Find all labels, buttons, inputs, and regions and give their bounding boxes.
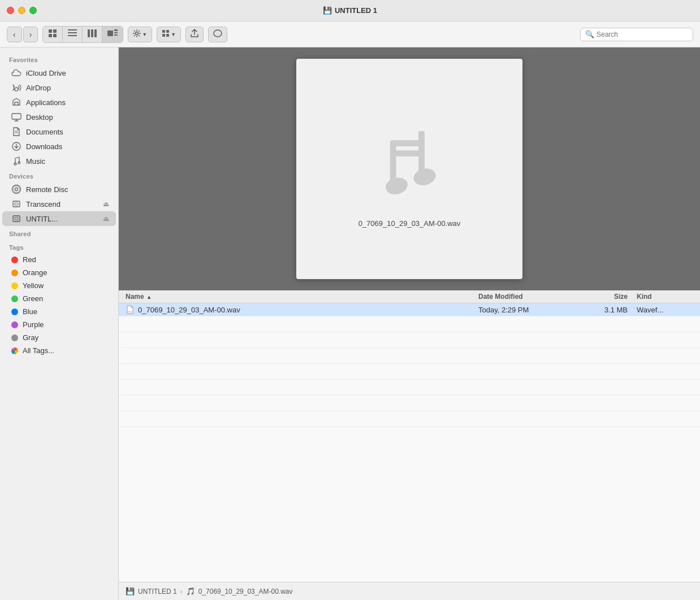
view-icon-button[interactable] (43, 27, 63, 42)
name-label: Name (126, 293, 144, 301)
remote-disc-icon (11, 184, 21, 194)
view-cover-button[interactable] (102, 27, 123, 42)
svg-rect-21 (12, 114, 21, 119)
sidebar-item-remote-disc[interactable]: Remote Disc (2, 182, 116, 197)
file-kind-cell: Wavef... (632, 306, 700, 314)
close-button[interactable] (7, 7, 14, 14)
sidebar-item-desktop[interactable]: Desktop (2, 110, 116, 124)
search-icon: 🔍 (585, 30, 594, 38)
sidebar-label-desktop: Desktop (26, 113, 53, 121)
svg-rect-33 (15, 218, 18, 220)
tag-label-yellow: Yellow (23, 281, 44, 290)
back-icon: ‹ (13, 30, 16, 39)
wav-file-icon: wav (126, 305, 135, 314)
file-list-header: Name ▲ Date Modified Size Kind (119, 290, 700, 303)
sidebar-item-airdrop[interactable]: AirDrop (2, 80, 116, 95)
green-dot (11, 295, 18, 302)
sidebar-label-transcend: Transcend (26, 200, 61, 208)
sidebar-item-applications[interactable]: Applications (2, 95, 116, 110)
preview-filename: 0_7069_10_29_03_AM-00.wav (358, 219, 461, 228)
purple-dot (11, 321, 18, 328)
forward-button[interactable]: › (23, 27, 38, 42)
sidebar-label-airdrop: AirDrop (26, 84, 51, 92)
svg-rect-5 (68, 32, 77, 33)
desktop-icon (11, 112, 21, 122)
gear-icon (133, 29, 141, 39)
file-date-cell: Today, 2:29 PM (474, 306, 576, 314)
transcend-icon (11, 199, 21, 209)
blue-dot (11, 308, 18, 315)
file-name: 0_7069_10_29_03_AM-00.wav (138, 306, 240, 314)
svg-rect-13 (114, 34, 118, 36)
file-kind: Wavef... (637, 306, 663, 314)
svg-rect-16 (166, 30, 169, 33)
maximize-button[interactable] (29, 7, 37, 14)
tag-button[interactable] (208, 27, 227, 42)
sort-arrow: ▲ (146, 294, 152, 300)
share-button[interactable] (185, 27, 204, 42)
music-icon (11, 156, 21, 166)
view-columns-button[interactable] (83, 27, 102, 42)
sidebar-item-documents[interactable]: Documents (2, 124, 116, 139)
empty-row-1 (119, 316, 700, 332)
sidebar-item-tag-purple[interactable]: Purple (2, 318, 116, 331)
sidebar-item-tag-yellow[interactable]: Yellow (2, 279, 116, 292)
icloud-icon (11, 68, 21, 78)
eject-untitled-button[interactable]: ⏏ (103, 215, 109, 223)
empty-row-2 (119, 332, 700, 348)
sidebar-item-tag-blue[interactable]: Blue (2, 305, 116, 318)
svg-rect-17 (162, 34, 165, 37)
svg-point-19 (214, 30, 222, 37)
preview-card: 0_7069_10_29_03_AM-00.wav (296, 59, 522, 279)
column-kind[interactable]: Kind (632, 293, 700, 301)
svg-rect-1 (53, 29, 57, 33)
toolbar: ‹ › (0, 21, 700, 47)
sidebar-item-untitled[interactable]: UNTITL... ⏏ (2, 211, 116, 226)
orange-dot (11, 269, 18, 276)
breadcrumb-disk-icon: 💾 (126, 587, 135, 595)
window-controls (7, 7, 37, 14)
sidebar-item-tag-red[interactable]: Red (2, 253, 116, 266)
untitled-disk-icon (11, 214, 21, 224)
action-button[interactable]: ▼ (128, 27, 152, 42)
table-row[interactable]: wav 0_7069_10_29_03_AM-00.wav Today, 2:2… (119, 303, 700, 316)
sidebar-item-all-tags[interactable]: All Tags... (2, 344, 116, 357)
arrange-arrow: ▼ (171, 32, 176, 37)
sidebar-item-tag-green[interactable]: Green (2, 292, 116, 305)
file-area: 0_7069_10_29_03_AM-00.wav Name ▲ Date Mo… (119, 47, 700, 600)
eject-transcend-button[interactable]: ⏏ (103, 200, 109, 208)
column-size[interactable]: Size (576, 293, 632, 301)
sidebar-item-downloads[interactable]: Downloads (2, 139, 116, 154)
minimize-button[interactable] (18, 7, 25, 14)
breadcrumb-separator: › (180, 588, 183, 595)
grid-icon (48, 29, 57, 40)
all-tags-dot (11, 347, 18, 354)
tag-label-green: Green (23, 294, 43, 303)
column-name[interactable]: Name ▲ (119, 293, 474, 301)
search-box[interactable]: 🔍 (580, 28, 693, 41)
sidebar-item-tag-gray[interactable]: Gray (2, 331, 116, 344)
sidebar-item-tag-orange[interactable]: Orange (2, 266, 116, 279)
downloads-icon (11, 141, 21, 151)
bottom-bar: 💾 UNTITLED 1 › 🎵 0_7069_10_29_03_AM-00.w… (119, 582, 700, 600)
arrange-button[interactable]: ▼ (157, 27, 181, 42)
search-input[interactable] (597, 31, 688, 38)
svg-rect-3 (53, 34, 57, 37)
sidebar-item-music[interactable]: Music (2, 154, 116, 168)
tags-header: Tags (0, 240, 118, 253)
sidebar-label-music: Music (26, 157, 45, 166)
favorites-header: Favorites (0, 52, 118, 66)
sidebar-item-transcend[interactable]: Transcend ⏏ (2, 197, 116, 211)
back-button[interactable]: ‹ (7, 27, 22, 42)
share-icon (191, 29, 198, 40)
sidebar-item-icloud-drive[interactable]: iCloud Drive (2, 66, 116, 80)
svg-rect-4 (68, 29, 77, 31)
empty-row-7 (119, 411, 700, 427)
view-list-button[interactable] (63, 27, 83, 42)
column-date[interactable]: Date Modified (474, 293, 576, 301)
sidebar-label-applications: Applications (26, 98, 66, 107)
file-name-cell: wav 0_7069_10_29_03_AM-00.wav (119, 305, 474, 314)
documents-icon (11, 127, 21, 137)
applications-icon (11, 97, 21, 107)
svg-point-14 (136, 32, 139, 35)
